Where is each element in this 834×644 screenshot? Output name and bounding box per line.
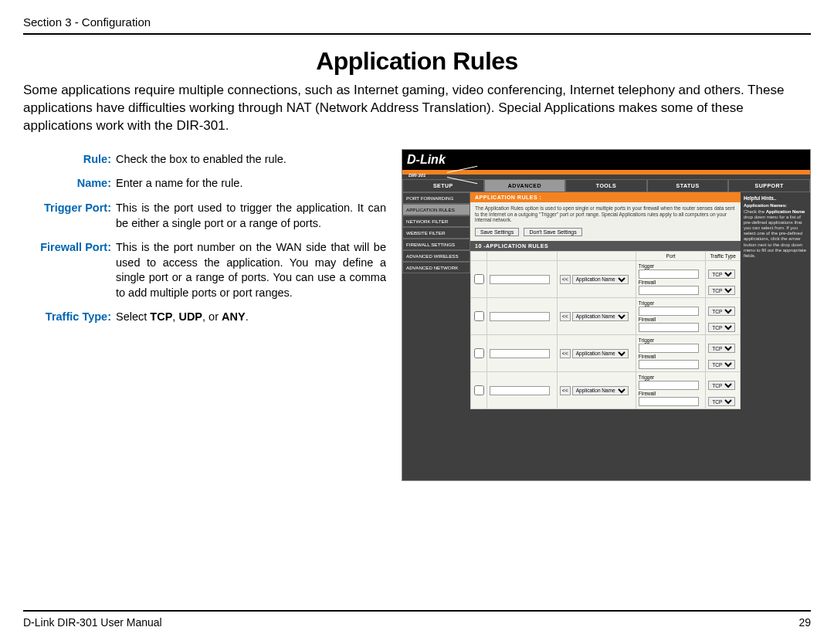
tab-setup[interactable]: SETUP: [402, 179, 484, 192]
rule-name-input[interactable]: [490, 312, 550, 321]
firewall-label: Firewall: [639, 317, 656, 322]
sidebar-item[interactable]: WEBSITE FILTER: [402, 227, 470, 239]
hints-title: Helpful Hints..: [744, 195, 807, 202]
apply-preset-button[interactable]: <<: [560, 349, 571, 358]
helpful-hints-panel: Helpful Hints.. Application Names:Check …: [741, 192, 810, 409]
sidebar-item[interactable]: APPLICATION RULES: [402, 204, 470, 215]
def-value: Check the box to enabled the rule.: [116, 149, 386, 174]
sidebar-item[interactable]: ADVANCED WIRELESS: [402, 250, 470, 262]
trigger-port-input[interactable]: [639, 269, 699, 279]
firewall-port-input[interactable]: [639, 360, 699, 369]
dlink-logo: D-Link: [407, 153, 446, 166]
sidebar-nav: PORT FORWARDINGAPPLICATION RULESNETWORK …: [402, 192, 470, 409]
def-term: Name:: [23, 173, 116, 198]
save-settings-button[interactable]: Save Settings: [475, 228, 519, 236]
apply-preset-button[interactable]: <<: [560, 275, 571, 284]
trigger-label: Trigger: [639, 263, 654, 269]
rule-enable-checkbox[interactable]: [474, 385, 484, 395]
apply-preset-button[interactable]: <<: [560, 312, 571, 321]
firewall-label: Firewall: [639, 354, 656, 359]
trigger-label: Trigger: [639, 337, 654, 343]
firewall-port-input[interactable]: [639, 323, 699, 332]
page-footer: D-Link DIR-301 User Manual 29: [23, 610, 811, 629]
sidebar-item[interactable]: PORT FORWARDING: [402, 192, 470, 204]
firewall-label: Firewall: [639, 391, 656, 396]
def-term: Trigger Port:: [23, 198, 116, 237]
def-value: This is the port used to trigger the app…: [116, 198, 386, 237]
intro-text: Some applications require multiple conne…: [23, 82, 811, 135]
trigger-traffic-select[interactable]: TCP: [708, 307, 735, 316]
firewall-port-input[interactable]: [639, 286, 699, 295]
section-header: APPLICATION RULES :: [470, 192, 741, 202]
def-term: Traffic Type:: [23, 307, 116, 331]
application-name-select[interactable]: Application Name: [572, 275, 629, 284]
trigger-port-input[interactable]: [639, 381, 699, 390]
def-value: Enter a name for the rule.: [116, 173, 386, 198]
trigger-traffic-select[interactable]: TCP: [708, 269, 735, 279]
firewall-traffic-select[interactable]: TCP: [708, 360, 735, 369]
application-name-select[interactable]: Application Name: [572, 386, 629, 395]
tab-support[interactable]: SUPPORT: [728, 179, 810, 192]
rule-enable-checkbox[interactable]: [474, 311, 484, 321]
sidebar-item[interactable]: NETWORK FILTER: [402, 215, 470, 227]
trigger-traffic-select[interactable]: TCP: [708, 381, 735, 390]
trigger-port-input[interactable]: [639, 344, 699, 353]
application-name-select[interactable]: Application Name: [572, 349, 629, 358]
rule-enable-checkbox[interactable]: [474, 348, 484, 358]
footer-manual-name: D-Link DIR-301 User Manual: [23, 616, 162, 629]
def-term: Rule:: [23, 149, 116, 174]
rule-name-input[interactable]: [490, 386, 550, 395]
device-model: DIR-301: [409, 173, 425, 178]
dont-save-settings-button[interactable]: Don't Save Settings: [524, 228, 581, 236]
router-screenshot: D-Link DIR-301 SETUPADVANCEDTOOLSSTATUSS…: [402, 149, 811, 481]
page-title: Application Rules: [23, 47, 811, 76]
tab-tools[interactable]: TOOLS: [565, 179, 647, 192]
def-term: Firewall Port:: [23, 237, 116, 307]
hints-body: Application Names:Check the Application …: [744, 203, 807, 259]
firewall-traffic-select[interactable]: TCP: [708, 323, 735, 332]
rules-count-header: 10 -APPLICATION RULES: [470, 241, 741, 251]
main-panel: APPLICATION RULES : The Application Rule…: [470, 192, 741, 409]
sidebar-item[interactable]: ADVANCED NETWORK: [402, 262, 470, 273]
apply-preset-button[interactable]: <<: [560, 386, 571, 395]
tab-status[interactable]: STATUS: [647, 179, 729, 192]
rule-name-input[interactable]: [490, 275, 550, 284]
rule-name-input[interactable]: [490, 349, 550, 358]
definitions-list: Rule:Check the box to enabled the rule.N…: [23, 149, 386, 331]
trigger-label: Trigger: [639, 375, 654, 380]
tab-advanced[interactable]: ADVANCED: [484, 179, 566, 192]
col-port: Port: [636, 252, 705, 261]
section-description: The Application Rules option is used to …: [470, 202, 741, 226]
col-traffic: Traffic Type: [706, 252, 741, 261]
rule-enable-checkbox[interactable]: [474, 274, 484, 284]
brand-bar: D-Link: [402, 150, 810, 170]
page-header: Section 3 - Configuration: [23, 15, 811, 35]
trigger-port-input[interactable]: [639, 307, 699, 316]
firewall-traffic-select[interactable]: TCP: [708, 397, 735, 406]
def-value: This is the port number on the WAN side …: [116, 237, 386, 307]
sidebar-item[interactable]: FIREWALL SETTINGS: [402, 239, 470, 250]
footer-page-number: 29: [798, 616, 811, 629]
rules-table: PortTraffic Type<< Application NameTrigg…: [470, 251, 741, 409]
trigger-label: Trigger: [639, 300, 654, 306]
firewall-port-input[interactable]: [639, 397, 699, 406]
def-value: Select TCP, UDP, or ANY.: [116, 307, 386, 331]
firewall-label: Firewall: [639, 280, 656, 285]
firewall-traffic-select[interactable]: TCP: [708, 286, 735, 295]
application-name-select[interactable]: Application Name: [572, 312, 629, 321]
trigger-traffic-select[interactable]: TCP: [708, 344, 735, 353]
decorative-lines: [447, 172, 478, 180]
